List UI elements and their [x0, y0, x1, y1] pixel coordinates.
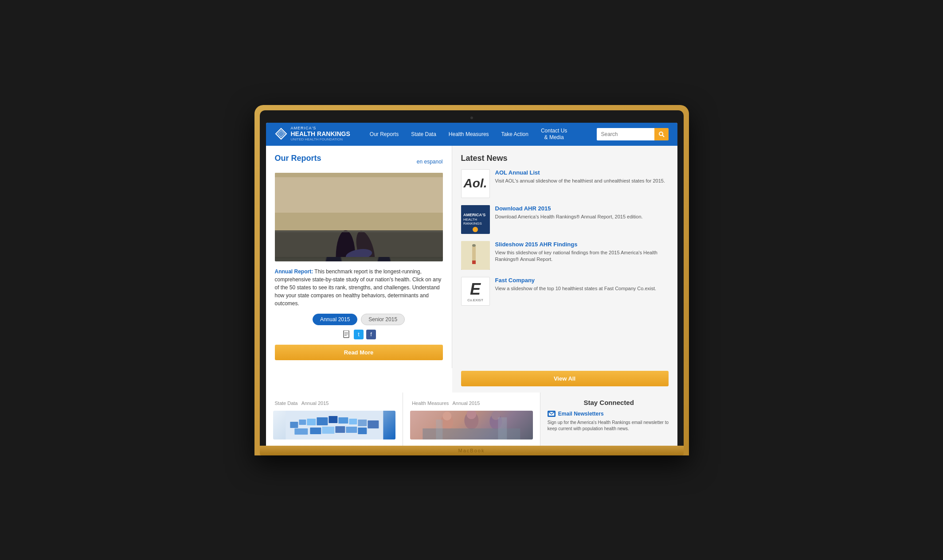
- stay-connected-section: Stay Connected Email Newsletters Sign up…: [540, 393, 677, 446]
- svg-point-2: [659, 132, 663, 136]
- news-thumb-ahr: AMERICA'S HEALTH RANKINGS: [461, 205, 490, 234]
- search-button[interactable]: [654, 128, 669, 140]
- health-measures-section: Health Measures Annual 2015: [403, 393, 540, 446]
- report-image: [275, 173, 443, 261]
- svg-line-3: [662, 135, 664, 137]
- svg-point-19: [473, 227, 478, 232]
- state-data-section: State Data Annual 2015: [266, 393, 403, 446]
- svg-rect-34: [294, 428, 308, 435]
- svg-rect-31: [349, 419, 357, 424]
- health-measures-badge: Annual 2015: [453, 401, 480, 406]
- cigarette-graphic: [461, 241, 490, 270]
- svg-rect-27: [307, 419, 316, 425]
- svg-rect-28: [317, 417, 328, 425]
- nav-link-health-measures[interactable]: Health Measures: [442, 123, 495, 146]
- health-measures-title: Health Measures Annual 2015: [410, 399, 533, 406]
- svg-text:RANKINGS: RANKINGS: [463, 222, 482, 226]
- svg-point-23: [472, 244, 476, 247]
- nav-link-contact-media[interactable]: Contact Us& Media: [535, 123, 573, 146]
- logo-diamond-icon: [275, 128, 287, 140]
- news-desc-fastcompany: View a slideshow of the top 10 healthies…: [495, 285, 669, 292]
- svg-rect-29: [329, 416, 337, 423]
- nav-link-state-data[interactable]: State Data: [405, 123, 442, 146]
- state-data-title: State Data Annual 2015: [273, 399, 396, 406]
- browser-window: AMERICA'S HEALTH RANKINGS UNITED HEALTH …: [266, 123, 677, 446]
- nav-link-take-action[interactable]: Take Action: [495, 123, 535, 146]
- logo[interactable]: AMERICA'S HEALTH RANKINGS UNITED HEALTH …: [275, 126, 350, 141]
- svg-rect-36: [322, 427, 334, 434]
- us-map-svg: [273, 411, 396, 439]
- news-content-ahr: Download AHR 2015 Download America's Hea…: [495, 205, 669, 220]
- news-title-fastcompany[interactable]: Fast Company: [495, 277, 669, 284]
- share-facebook-icon[interactable]: f: [366, 330, 376, 339]
- fastco-coexist: Co.EXIST: [467, 299, 483, 302]
- logo-text: AMERICA'S HEALTH RANKINGS UNITED HEALTH …: [291, 126, 350, 141]
- health-measures-label: Health Measures: [412, 401, 449, 406]
- search-icon: [658, 131, 665, 137]
- latest-news-title: Latest News: [461, 154, 669, 163]
- news-desc-aol: Visit AOL's annual slideshow of the heal…: [495, 178, 669, 184]
- tab-annual-2015[interactable]: Annual 2015: [313, 314, 357, 325]
- nav-links: Our Reports State Data Health Measures T…: [364, 123, 597, 146]
- document-icon: [343, 331, 350, 338]
- aol-logo-text: Aol.: [464, 176, 487, 191]
- news-thumb-aol: Aol.: [461, 169, 490, 198]
- fastco-letter: E: [470, 280, 481, 299]
- email-newsletters-label[interactable]: Email Newsletters: [558, 411, 604, 417]
- news-item-aol: Aol. AOL Annual List Visit AOL's annual …: [461, 169, 669, 198]
- share-twitter-icon[interactable]: t: [354, 330, 364, 339]
- report-image-inner: [275, 173, 443, 261]
- svg-point-43: [443, 412, 452, 420]
- svg-rect-10: [275, 231, 443, 232]
- svg-rect-33: [368, 420, 379, 428]
- news-thumb-slideshow: [461, 241, 490, 270]
- content-area: Our Reports en espanol: [266, 146, 677, 446]
- stay-connected-title: Stay Connected: [548, 399, 670, 406]
- macbook-label: MacBook: [458, 448, 485, 453]
- share-doc-icon[interactable]: [341, 330, 351, 339]
- search-input[interactable]: [597, 128, 654, 140]
- laptop-bottom-bar: MacBook: [260, 446, 684, 455]
- svg-rect-30: [338, 417, 348, 424]
- our-reports-section: Our Reports en espanol: [266, 146, 452, 368]
- svg-text:AMERICA'S: AMERICA'S: [463, 213, 485, 217]
- bottom-sections-row: State Data Annual 2015: [266, 393, 677, 446]
- health-measures-image: [410, 411, 533, 439]
- tab-senior-2015[interactable]: Senior 2015: [361, 314, 405, 325]
- camera: [470, 117, 473, 119]
- svg-rect-25: [290, 422, 298, 428]
- view-all-wrapper: View All: [452, 368, 677, 393]
- facebook-letter: f: [370, 331, 372, 338]
- running-legs-graphic: [275, 173, 443, 257]
- svg-rect-39: [358, 428, 367, 434]
- svg-rect-48: [498, 417, 507, 439]
- logo-united: UNITED HEALTH FOUNDATION: [291, 138, 350, 142]
- svg-rect-6: [275, 177, 443, 213]
- email-newsletters-desc: Sign up for the America's Health Ranking…: [548, 420, 670, 432]
- view-all-button[interactable]: View All: [461, 371, 669, 386]
- report-tabs: Annual 2015 Senior 2015: [275, 314, 443, 325]
- svg-rect-26: [299, 420, 306, 425]
- news-title-ahr[interactable]: Download AHR 2015: [495, 205, 669, 212]
- read-more-wrapper: [266, 368, 452, 393]
- news-content-fastcompany: Fast Company View a slideshow of the top…: [495, 277, 669, 292]
- news-title-slideshow[interactable]: Slideshow 2015 AHR Findings: [495, 241, 669, 248]
- state-data-badge: Annual 2015: [301, 401, 329, 406]
- svg-rect-32: [358, 420, 367, 426]
- news-content-slideshow: Slideshow 2015 AHR Findings View this sl…: [495, 241, 669, 263]
- news-title-aol[interactable]: AOL Annual List: [495, 169, 669, 176]
- top-row: Our Reports en espanol: [266, 146, 677, 368]
- read-more-button[interactable]: Read More: [275, 345, 443, 360]
- svg-text:HEALTH: HEALTH: [463, 218, 477, 222]
- search-bar: [597, 128, 669, 140]
- nav-link-our-reports[interactable]: Our Reports: [364, 123, 405, 146]
- ahr-thumb-graphic: AMERICA'S HEALTH RANKINGS: [461, 205, 490, 234]
- espanol-link[interactable]: en espanol: [417, 159, 443, 165]
- svg-rect-22: [472, 261, 476, 264]
- us-map-graphic[interactable]: [273, 411, 396, 439]
- report-desc-label: Annual Report:: [275, 268, 313, 275]
- share-icons-row: t f: [275, 330, 443, 339]
- health-image-svg: [410, 411, 533, 439]
- svg-rect-35: [310, 428, 321, 434]
- news-content-aol: AOL Annual List Visit AOL's annual slide…: [495, 169, 669, 184]
